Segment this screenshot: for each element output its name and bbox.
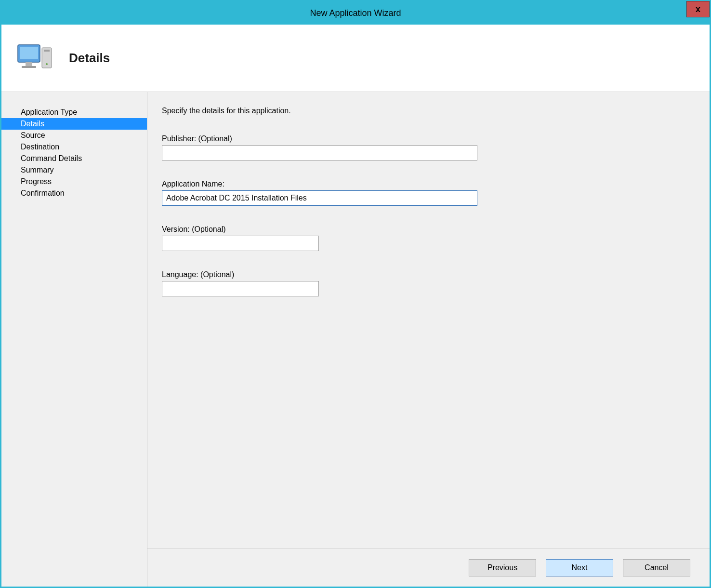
svg-rect-1 — [20, 47, 38, 59]
sidebar-item-command-details[interactable]: Command Details — [1, 153, 147, 164]
publisher-field-group: Publisher: (Optional) — [162, 134, 645, 160]
appname-field-group: Application Name: — [162, 180, 645, 206]
previous-button[interactable]: Previous — [469, 559, 536, 576]
page-title: Details — [69, 51, 110, 66]
publisher-input[interactable] — [162, 145, 477, 160]
language-label: Language: (Optional) — [162, 270, 645, 279]
window-title: New Application Wizard — [310, 8, 401, 18]
instruction-text: Specify the details for this application… — [162, 107, 645, 115]
appname-label: Application Name: — [162, 180, 645, 188]
language-field-group: Language: (Optional) — [162, 270, 645, 296]
appname-input[interactable] — [162, 190, 477, 206]
sidebar-item-destination[interactable]: Destination — [1, 141, 147, 153]
wizard-window: New Application Wizard x Details — [0, 0, 711, 588]
computer-icon — [16, 39, 54, 78]
version-label: Version: (Optional) — [162, 225, 645, 234]
sidebar-item-summary[interactable]: Summary — [1, 164, 147, 176]
body: Application Type Details Source Destinat… — [1, 92, 710, 587]
sidebar-item-progress[interactable]: Progress — [1, 176, 147, 187]
svg-rect-2 — [26, 62, 32, 66]
main: Specify the details for this application… — [147, 92, 710, 587]
next-button[interactable]: Next — [546, 559, 613, 576]
button-panel: Previous Next Cancel — [147, 548, 710, 587]
form-area: Specify the details for this application… — [147, 92, 710, 548]
language-input[interactable] — [162, 281, 319, 296]
svg-rect-3 — [22, 66, 36, 68]
version-field-group: Version: (Optional) — [162, 225, 645, 251]
close-icon: x — [696, 4, 700, 14]
svg-rect-5 — [44, 50, 50, 52]
content: Details Application Type Details Source … — [1, 25, 710, 587]
svg-point-6 — [46, 63, 48, 65]
sidebar-item-confirmation[interactable]: Confirmation — [1, 187, 147, 199]
sidebar-item-source[interactable]: Source — [1, 130, 147, 141]
title-bar: New Application Wizard x — [1, 1, 710, 25]
version-input[interactable] — [162, 236, 319, 251]
cancel-button[interactable]: Cancel — [623, 559, 690, 576]
close-button[interactable]: x — [686, 1, 710, 17]
publisher-label: Publisher: (Optional) — [162, 134, 645, 143]
sidebar-item-details[interactable]: Details — [1, 118, 147, 130]
sidebar-item-application-type[interactable]: Application Type — [1, 107, 147, 118]
wizard-header: Details — [1, 25, 710, 92]
sidebar: Application Type Details Source Destinat… — [1, 92, 147, 587]
